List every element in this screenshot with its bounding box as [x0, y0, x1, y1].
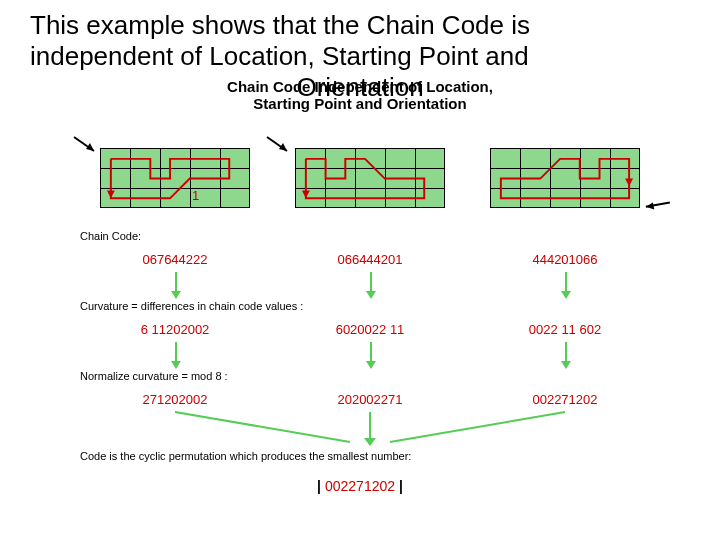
result-value: 002271202 [325, 478, 395, 494]
grids-row [100, 148, 640, 214]
direction-label-1: 1 [192, 188, 199, 203]
figure-title: Chain Code Independent of Location, Star… [0, 78, 720, 113]
chain-code-1: 067644222 [100, 252, 250, 267]
bracket-right: | [395, 478, 407, 494]
cyclic-header: Code is the cyclic permutation which pro… [80, 450, 411, 462]
normalize-row: 271202002 202002271 002271202 [100, 392, 640, 407]
figure-title-l1: Chain Code Independent of Location, [227, 78, 493, 95]
title-line-2: independent of Location, Starting Point … [30, 41, 529, 71]
svg-marker-7 [302, 190, 310, 198]
grid-1 [100, 148, 250, 208]
curvature-1: 6 11202002 [100, 322, 250, 337]
figure-title-l2: Starting Point and Orientation [253, 95, 466, 112]
normalized-1: 271202002 [100, 392, 250, 407]
flow-arrows-1 [100, 272, 640, 302]
chain-code-header: Chain Code: [80, 230, 141, 242]
svg-marker-12 [364, 438, 376, 446]
svg-line-11 [390, 412, 565, 442]
curvature-header: Curvature = differences in chain code va… [80, 300, 303, 312]
title-line-1: This example shows that the Chain Code i… [30, 10, 530, 40]
start-arrow-3 [637, 188, 672, 223]
normalized-3: 002271202 [490, 392, 640, 407]
chain-code-3: 444201066 [490, 252, 640, 267]
normalized-2: 202002271 [295, 392, 445, 407]
svg-marker-6 [107, 190, 115, 198]
result-code: |002271202| [0, 478, 720, 494]
curvature-2: 6020022 11 [295, 322, 445, 337]
svg-line-9 [175, 412, 350, 442]
curvature-row: 6 11202002 6020022 11 0022 11 602 [100, 322, 640, 337]
grid-3 [490, 148, 640, 208]
start-arrow-1 [72, 135, 102, 155]
svg-marker-5 [646, 201, 657, 212]
flow-arrows-2 [100, 342, 640, 372]
converge-arrows [100, 408, 640, 448]
bracket-left: | [313, 478, 325, 494]
normalize-header: Normalize curvature = mod 8 : [80, 370, 228, 382]
grid-2 [295, 148, 445, 208]
chain-code-2: 066444201 [295, 252, 445, 267]
curvature-3: 0022 11 602 [490, 322, 640, 337]
chain-code-row: 067644222 066444201 444201066 [100, 252, 640, 267]
svg-marker-8 [625, 179, 633, 187]
